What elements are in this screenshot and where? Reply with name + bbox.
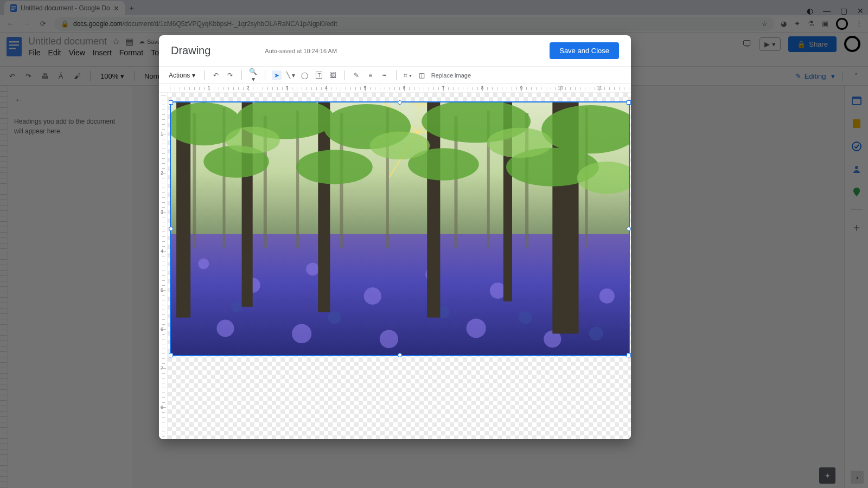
vertical-ruler[interactable]: 12345678 bbox=[159, 93, 168, 439]
resize-handle-mr[interactable] bbox=[627, 227, 631, 231]
zoom-icon[interactable]: 🔍 ▾ bbox=[248, 68, 258, 83]
replace-image-button[interactable]: Replace image bbox=[431, 72, 471, 79]
undo-icon[interactable]: ↶ bbox=[211, 72, 221, 79]
resize-handle-bm[interactable] bbox=[398, 353, 402, 357]
crop-icon[interactable]: ⌗ ▾ bbox=[403, 72, 413, 79]
textbox-tool-icon[interactable]: 🅃 bbox=[314, 72, 324, 79]
image-tool-icon[interactable]: 🖼 bbox=[328, 72, 338, 79]
svg-point-22 bbox=[599, 288, 615, 304]
save-and-close-button[interactable]: Save and Close bbox=[550, 42, 619, 59]
svg-point-32 bbox=[589, 326, 603, 341]
svg-point-18 bbox=[364, 287, 381, 305]
resize-handle-tl[interactable] bbox=[169, 100, 173, 105]
svg-point-26 bbox=[467, 319, 486, 338]
drawing-header: Drawing Auto-saved at 10:24:16 AM Save a… bbox=[159, 35, 631, 67]
svg-point-24 bbox=[292, 324, 311, 343]
shape-tool-icon[interactable]: ◯ bbox=[300, 72, 310, 79]
border-color-icon[interactable]: ✎ bbox=[352, 72, 361, 79]
canvas-wrap: 12345678 bbox=[159, 93, 631, 439]
horizontal-ruler[interactable]: 1234567891011 bbox=[159, 84, 631, 93]
svg-point-25 bbox=[380, 330, 398, 348]
svg-point-68 bbox=[487, 128, 553, 158]
svg-point-29 bbox=[328, 311, 341, 324]
resize-handle-br[interactable] bbox=[627, 353, 631, 357]
drawing-modal: Drawing Auto-saved at 10:24:16 AM Save a… bbox=[159, 35, 631, 439]
redo-icon[interactable]: ↷ bbox=[225, 72, 235, 79]
line-tool-icon[interactable]: ╲ ▾ bbox=[286, 72, 296, 79]
mask-icon[interactable]: ◫ bbox=[417, 72, 427, 79]
svg-point-28 bbox=[231, 301, 242, 312]
svg-point-17 bbox=[306, 262, 319, 275]
drawing-autosave: Auto-saved at 10:24:16 AM bbox=[265, 48, 337, 54]
svg-point-67 bbox=[370, 132, 430, 160]
svg-point-23 bbox=[216, 320, 234, 337]
drawing-title: Drawing bbox=[171, 44, 210, 57]
actions-menu[interactable]: Actions ▾ bbox=[167, 70, 197, 80]
svg-point-15 bbox=[198, 259, 209, 269]
border-dash-icon[interactable]: ┅ bbox=[380, 72, 390, 79]
resize-handle-ml[interactable] bbox=[169, 227, 173, 231]
svg-point-31 bbox=[519, 311, 532, 324]
selected-image[interactable] bbox=[170, 101, 630, 356]
resize-handle-tr[interactable] bbox=[627, 100, 631, 105]
resize-handle-tm[interactable] bbox=[398, 100, 402, 105]
drawing-canvas[interactable] bbox=[168, 93, 631, 439]
forest-image-icon bbox=[171, 102, 629, 355]
resize-handle-bl[interactable] bbox=[169, 353, 173, 357]
svg-point-63 bbox=[296, 150, 373, 184]
border-weight-icon[interactable]: ≡ bbox=[366, 72, 375, 79]
drawing-toolbar: Actions ▾ ↶ ↷ 🔍 ▾ ➤ ╲ ▾ ◯ 🅃 🖼 ✎ ≡ ┅ ⌗ ▾ … bbox=[159, 67, 631, 84]
svg-point-66 bbox=[225, 127, 279, 154]
select-tool-icon[interactable]: ➤ bbox=[272, 70, 282, 80]
